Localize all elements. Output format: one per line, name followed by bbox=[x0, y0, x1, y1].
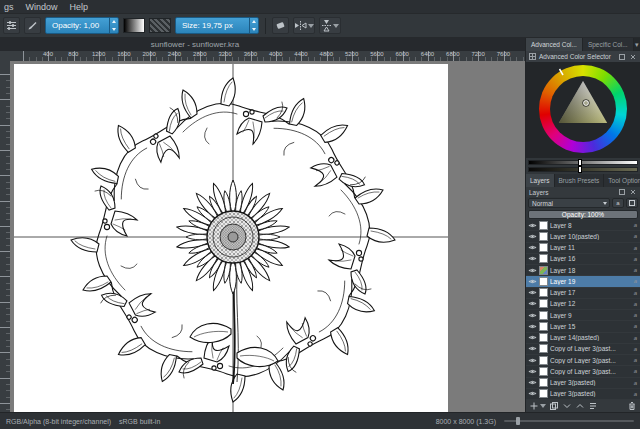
alpha-lock-icon: a bbox=[634, 233, 638, 239]
zoom-slider[interactable] bbox=[504, 420, 634, 422]
visibility-eye-icon[interactable] bbox=[528, 357, 537, 364]
layer-row[interactable]: Layer 12a bbox=[526, 299, 640, 310]
layer-row[interactable]: Layer 9a bbox=[526, 310, 640, 321]
visibility-eye-icon[interactable] bbox=[528, 267, 537, 274]
layer-name: Copy of Layer 3(past... bbox=[550, 357, 632, 364]
layer-row[interactable]: Copy of Layer 3(past...a bbox=[526, 344, 640, 355]
canvas[interactable] bbox=[10, 61, 525, 412]
layer-row[interactable]: Copy of Layer 3(past...a bbox=[526, 355, 640, 366]
menu-item-settings[interactable]: gs bbox=[4, 2, 14, 12]
alpha-lock-icon: a bbox=[634, 278, 638, 284]
document-title: sunflower - sunflower.kra bbox=[151, 40, 239, 49]
inherit-alpha-button[interactable] bbox=[626, 198, 638, 208]
color-selector-area bbox=[526, 62, 640, 158]
visibility-eye-icon[interactable] bbox=[528, 300, 537, 307]
ruler-number: 4400 bbox=[294, 51, 307, 58]
visibility-eye-icon[interactable] bbox=[528, 379, 537, 386]
alpha-lock-icon: a bbox=[634, 323, 638, 329]
tab-tool-options[interactable]: Tool Options bbox=[604, 174, 640, 187]
layer-thumbnail bbox=[539, 221, 548, 230]
spin-up-icon[interactable] bbox=[112, 20, 116, 23]
zoom-slider-handle[interactable] bbox=[516, 417, 520, 425]
layer-row[interactable]: Layer 18a bbox=[526, 265, 640, 276]
visibility-eye-icon[interactable] bbox=[528, 255, 537, 262]
layer-thumbnail bbox=[539, 333, 548, 342]
layer-row[interactable]: Layer 10(pasted)a bbox=[526, 231, 640, 242]
ruler-number: 2000 bbox=[143, 51, 156, 58]
ruler-number: 4000 bbox=[269, 51, 282, 58]
spin-down-icon[interactable] bbox=[112, 28, 116, 31]
gradient-chooser-swatch[interactable] bbox=[123, 18, 145, 33]
add-layer-button[interactable] bbox=[529, 401, 546, 411]
layer-name: Layer 3(pasted) bbox=[550, 390, 632, 397]
spinner-arrows[interactable] bbox=[249, 18, 258, 33]
layer-row[interactable]: Layer 16a bbox=[526, 254, 640, 265]
document-tab[interactable]: sunflower - sunflower.kra bbox=[0, 38, 390, 51]
visibility-eye-icon[interactable] bbox=[528, 233, 537, 240]
float-docker-icon[interactable] bbox=[618, 53, 626, 61]
spin-down-icon[interactable] bbox=[252, 28, 256, 31]
visibility-eye-icon[interactable] bbox=[528, 368, 537, 375]
layer-row[interactable]: Layer 11a bbox=[526, 243, 640, 254]
pattern-chooser-swatch[interactable] bbox=[149, 18, 171, 33]
visibility-eye-icon[interactable] bbox=[528, 222, 537, 229]
dropdown-caret-icon bbox=[540, 404, 546, 408]
h-ruler[interactable]: 4008001200160020002400280032003600400044… bbox=[10, 51, 525, 61]
shade-strip[interactable] bbox=[528, 167, 638, 172]
layers-bottom-toolbar bbox=[526, 400, 640, 412]
close-docker-icon[interactable] bbox=[629, 53, 637, 61]
layer-properties-button[interactable] bbox=[588, 401, 598, 411]
visibility-eye-icon[interactable] bbox=[528, 345, 537, 352]
blend-mode-row: Normal a bbox=[526, 197, 640, 209]
visibility-eye-icon[interactable] bbox=[528, 278, 537, 285]
layer-row[interactable]: Layer 8a bbox=[526, 220, 640, 231]
menu-item-window[interactable]: Window bbox=[26, 2, 58, 12]
layer-opacity-row: Opacity: 100% bbox=[526, 209, 640, 220]
delete-layer-button[interactable] bbox=[627, 401, 637, 411]
layer-row[interactable]: Layer 17a bbox=[526, 288, 640, 299]
tab-layers[interactable]: Layers bbox=[526, 174, 555, 187]
menu-item-help[interactable]: Help bbox=[70, 2, 89, 12]
blend-mode-combobox[interactable]: Normal bbox=[528, 198, 610, 208]
visibility-eye-icon[interactable] bbox=[528, 334, 537, 341]
visibility-eye-icon[interactable] bbox=[528, 390, 537, 397]
visibility-eye-icon[interactable] bbox=[528, 289, 537, 296]
visibility-eye-icon[interactable] bbox=[528, 323, 537, 330]
brush-size-spinbox[interactable]: Size: 19,75 px bbox=[175, 17, 259, 34]
alpha-lock-button[interactable]: a bbox=[612, 198, 624, 208]
tab-advanced-color[interactable]: Advanced Col... bbox=[526, 38, 583, 51]
color-triangle[interactable] bbox=[539, 65, 627, 153]
layer-row[interactable]: Layer 14(pasted)a bbox=[526, 333, 640, 344]
close-docker-icon[interactable] bbox=[629, 188, 637, 196]
float-docker-icon[interactable] bbox=[618, 188, 626, 196]
ruler-number: 6000 bbox=[396, 51, 409, 58]
tab-overflow-button[interactable]: ▾ bbox=[634, 38, 640, 51]
move-layer-down-button[interactable] bbox=[562, 401, 572, 411]
duplicate-layer-button[interactable] bbox=[549, 401, 559, 411]
spin-up-icon[interactable] bbox=[252, 20, 256, 23]
v-ruler[interactable] bbox=[0, 61, 10, 412]
spinner-arrows[interactable] bbox=[109, 18, 118, 33]
mirror-horizontal-button[interactable] bbox=[293, 17, 315, 34]
advanced-color-selector-titlebar: Advanced Color Selector bbox=[526, 51, 640, 62]
opacity-spinbox[interactable]: Opacity: 1,00 bbox=[45, 17, 119, 34]
layer-row[interactable]: Copy of Layer 3(past...a bbox=[526, 366, 640, 377]
layer-row[interactable]: Layer 3(pasted)a bbox=[526, 389, 640, 400]
tab-brush-presets[interactable]: Brush Presets bbox=[555, 174, 605, 187]
brush-presets-button[interactable] bbox=[24, 17, 41, 34]
move-layer-up-button[interactable] bbox=[575, 401, 585, 411]
ruler-number: 1600 bbox=[117, 51, 130, 58]
color-docker-tabs: Advanced Col... Specific Col... ▾ bbox=[526, 38, 640, 51]
tab-specific-color[interactable]: Specific Col... bbox=[583, 38, 634, 51]
layer-row[interactable]: Layer 3(pasted)a bbox=[526, 378, 640, 389]
layer-thumbnail bbox=[539, 288, 548, 297]
visibility-eye-icon[interactable] bbox=[528, 312, 537, 319]
layer-row[interactable]: Layer 19a bbox=[526, 276, 640, 287]
mirror-vertical-button[interactable] bbox=[319, 17, 341, 34]
layer-opacity-slider[interactable]: Opacity: 100% bbox=[528, 210, 638, 219]
value-strip[interactable] bbox=[528, 160, 638, 165]
visibility-eye-icon[interactable] bbox=[528, 244, 537, 251]
eraser-toggle-button[interactable] bbox=[272, 17, 289, 34]
layer-row[interactable]: Layer 15a bbox=[526, 321, 640, 332]
edit-brush-settings-button[interactable] bbox=[3, 17, 20, 34]
